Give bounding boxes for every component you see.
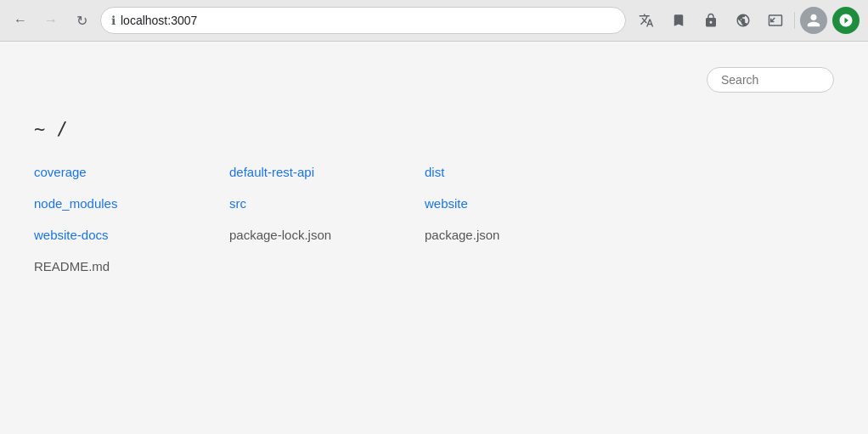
file-item[interactable]: coverage (34, 156, 229, 188)
file-grid: coveragedefault-rest-apidistnode_modules… (34, 156, 834, 282)
file-item[interactable]: package-lock.json (229, 219, 425, 251)
browser-chrome: ← → ↻ ℹ localhost:3007 (0, 0, 868, 42)
browser-actions (633, 7, 860, 34)
forward-button[interactable]: → (39, 8, 63, 32)
file-item[interactable]: website-docs (34, 219, 229, 251)
bookmark-icon[interactable] (665, 7, 692, 34)
profile-green-button[interactable] (832, 7, 860, 34)
password-icon[interactable] (697, 7, 724, 34)
translate-icon[interactable] (633, 7, 660, 34)
address-bar[interactable]: ℹ localhost:3007 (100, 7, 626, 34)
file-item (229, 251, 425, 282)
path-title: ~ / (34, 118, 834, 139)
address-text: localhost:3007 (121, 14, 197, 27)
file-item[interactable]: node_modules (34, 188, 229, 219)
file-item[interactable]: default-rest-api (229, 156, 425, 188)
toolbar-divider (794, 12, 795, 29)
file-item (425, 251, 620, 282)
file-item[interactable]: package.json (425, 219, 620, 251)
screenshot-icon[interactable] (762, 7, 789, 34)
page-content: ~ / coveragedefault-rest-apidistnode_mod… (0, 42, 868, 434)
file-item[interactable]: src (229, 188, 425, 219)
back-button[interactable]: ← (8, 8, 32, 32)
profile-button[interactable] (800, 7, 827, 34)
reload-button[interactable]: ↻ (70, 8, 93, 32)
search-bar-row (34, 67, 834, 93)
search-input[interactable] (707, 67, 834, 93)
file-item[interactable]: dist (425, 156, 620, 188)
toolbar: ← → ↻ ℹ localhost:3007 (0, 0, 868, 41)
file-item[interactable]: README.md (34, 251, 229, 282)
file-item[interactable]: website (425, 188, 620, 219)
settings-icon[interactable] (730, 7, 757, 34)
info-icon: ℹ (111, 14, 116, 27)
